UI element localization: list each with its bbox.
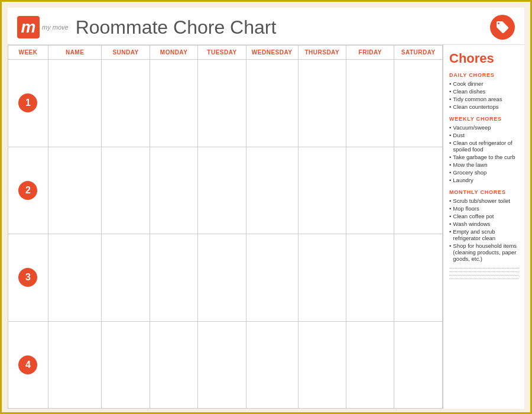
name-cell[interactable] (48, 234, 102, 322)
chore-section-title: MONTHLY CHORES (449, 189, 518, 195)
day-cell[interactable] (102, 147, 150, 234)
chore-bullet: • (449, 169, 451, 176)
chore-item: • Clean countertops (449, 104, 518, 110)
name-cell[interactable] (48, 321, 102, 409)
chore-item-text: Clean out refrigerator of spoiled food (453, 140, 518, 153)
chore-item: • Clean out refrigerator of spoiled food (449, 140, 518, 153)
sidebar-title: Chores (449, 51, 518, 66)
chore-item-text: Take garbage to the curb (453, 154, 515, 160)
table-area: WEEK NAME SUNDAY MONDAY TUESDAY WEDNESDA… (8, 45, 443, 409)
chore-item-text: Tidy common areas (453, 96, 502, 102)
chore-item: • Shop for household items (cleaning pro… (449, 242, 518, 262)
week-cell: 3 (8, 234, 48, 322)
day-cell[interactable] (246, 60, 298, 147)
day-cell[interactable] (102, 234, 150, 322)
chore-table: WEEK NAME SUNDAY MONDAY TUESDAY WEDNESDA… (8, 45, 443, 409)
chore-item: • Vacuum/sweep (449, 124, 518, 131)
chore-item: • Mop floors (449, 205, 518, 212)
chore-item: • Tidy common areas (449, 96, 518, 102)
day-cell[interactable] (346, 321, 394, 409)
chore-item-text: Clean coffee pot (453, 213, 494, 219)
chore-item: • Dust (449, 132, 518, 138)
chore-item-text: Dust (453, 132, 465, 138)
day-cell[interactable] (198, 60, 246, 147)
page-wrapper: m my move Roommate Chore Chart WEEK NAME… (8, 8, 524, 409)
chore-item-text: Clean dishes (453, 88, 485, 95)
chore-item: • Wash windows (449, 221, 518, 227)
day-cell[interactable] (246, 147, 298, 234)
chore-bullet: • (449, 154, 451, 160)
col-friday: FRIDAY (346, 46, 394, 60)
chore-item-text: Scrub tub/shower toilet (453, 198, 510, 204)
chore-item-text: Grocery shop (453, 169, 486, 176)
day-cell[interactable] (102, 60, 150, 147)
chore-item-text: Wash windows (453, 221, 490, 227)
name-cell[interactable] (48, 60, 102, 147)
chore-bullet: • (449, 205, 451, 212)
day-cell[interactable] (246, 234, 298, 322)
chore-bullet: • (449, 132, 451, 138)
chore-item: • Laundry (449, 177, 518, 183)
chore-bullet: • (449, 177, 451, 183)
name-cell[interactable] (48, 147, 102, 234)
day-cell[interactable] (394, 147, 443, 234)
dotted-line-2 (449, 271, 518, 272)
col-monday: MONDAY (150, 46, 197, 60)
chore-bullet: • (449, 213, 451, 219)
chore-item: • Grocery shop (449, 169, 518, 176)
chore-item: • Clean dishes (449, 88, 518, 95)
chore-item: • Cook dinner (449, 80, 518, 87)
day-cell[interactable] (298, 60, 346, 147)
chore-item: • Scrub tub/shower toilet (449, 198, 518, 204)
chore-item-text: Mow the lawn (453, 161, 487, 168)
day-cell[interactable] (150, 234, 197, 322)
chore-bullet: • (449, 88, 451, 95)
day-cell[interactable] (150, 321, 197, 409)
week-badge: 3 (18, 268, 37, 287)
day-cell[interactable] (246, 321, 298, 409)
table-row: 1 (8, 60, 443, 147)
chore-bullet: • (449, 198, 451, 204)
day-cell[interactable] (346, 60, 394, 147)
chore-item-text: Laundry (453, 177, 473, 183)
day-cell[interactable] (298, 321, 346, 409)
sidebar: Chores DAILY CHORES• Cook dinner• Clean … (443, 45, 524, 409)
week-badge: 1 (18, 93, 37, 112)
day-cell[interactable] (298, 234, 346, 322)
chore-bullet: • (449, 96, 451, 102)
chore-item: • Clean coffee pot (449, 213, 518, 219)
day-cell[interactable] (198, 234, 246, 322)
col-wednesday: WEDNESDAY (246, 46, 298, 60)
chore-item-text: Empty and scrub refrigerator clean (453, 228, 518, 241)
col-name: NAME (48, 46, 102, 60)
chore-item-text: Mop floors (453, 205, 479, 212)
chore-bullet: • (449, 221, 451, 227)
week-badge: 4 (18, 355, 37, 374)
col-sunday: SUNDAY (102, 46, 150, 60)
chore-item: • Mow the lawn (449, 161, 518, 168)
header-icon (490, 15, 515, 40)
day-cell[interactable] (394, 234, 443, 322)
sidebar-content: DAILY CHORES• Cook dinner• Clean dishes•… (449, 72, 518, 262)
day-cell[interactable] (150, 147, 197, 234)
day-cell[interactable] (394, 60, 443, 147)
col-saturday: SATURDAY (394, 46, 443, 60)
day-cell[interactable] (394, 321, 443, 409)
day-cell[interactable] (346, 147, 394, 234)
chore-bullet: • (449, 124, 451, 131)
tag-icon (495, 20, 510, 34)
dotted-line-4 (449, 279, 518, 279)
chore-item-text: Clean countertops (453, 104, 498, 110)
dotted-lines (449, 268, 518, 279)
day-cell[interactable] (198, 147, 246, 234)
day-cell[interactable] (198, 321, 246, 409)
chore-item-text: Vacuum/sweep (453, 124, 491, 131)
day-cell[interactable] (102, 321, 150, 409)
day-cell[interactable] (150, 60, 197, 147)
logo-text: my move (42, 24, 69, 31)
chore-bullet: • (449, 140, 451, 146)
table-row: 3 (8, 234, 443, 322)
logo-area: m my move (17, 16, 69, 38)
day-cell[interactable] (298, 147, 346, 234)
day-cell[interactable] (346, 234, 394, 322)
